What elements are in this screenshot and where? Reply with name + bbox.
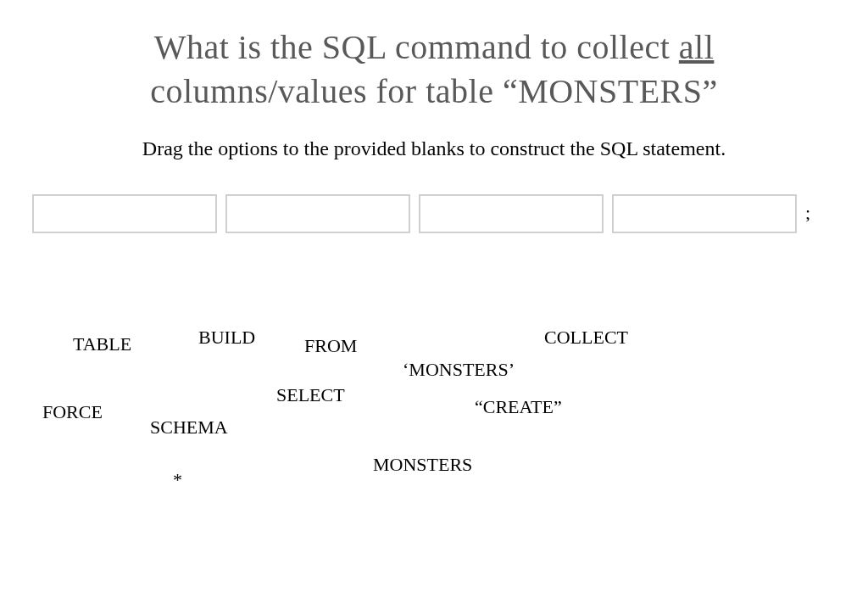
option-select[interactable]: SELECT — [276, 384, 345, 406]
option-star[interactable]: * — [173, 469, 182, 491]
option-create-quoted[interactable]: “CREATE” — [475, 396, 562, 418]
blank-slot-3[interactable] — [419, 194, 604, 233]
option-monsters-quoted[interactable]: ‘MONSTERS’ — [403, 359, 515, 381]
title-line1-underlined: all — [679, 28, 714, 66]
option-table[interactable]: TABLE — [73, 333, 131, 355]
option-from[interactable]: FROM — [304, 335, 357, 357]
question-title: What is the SQL command to collect all c… — [0, 0, 868, 114]
title-line2: columns/values for table “MONSTERS” — [150, 72, 718, 110]
blanks-row: ; — [0, 194, 868, 233]
blank-slot-1[interactable] — [32, 194, 217, 233]
blank-slot-2[interactable] — [225, 194, 410, 233]
title-line1-prefix: What is the SQL command to collect — [154, 28, 679, 66]
option-monsters[interactable]: MONSTERS — [373, 454, 472, 476]
option-force[interactable]: FORCE — [42, 401, 103, 423]
option-collect[interactable]: COLLECT — [544, 327, 628, 349]
option-build[interactable]: BUILD — [198, 327, 255, 349]
instruction-text: Drag the options to the provided blanks … — [0, 137, 868, 160]
options-area: TABLE BUILD FROM COLLECT ‘MONSTERS’ SELE… — [0, 327, 868, 539]
blank-slot-4[interactable] — [612, 194, 797, 233]
option-schema[interactable]: SCHEMA — [150, 416, 228, 439]
semicolon-text: ; — [805, 202, 810, 226]
